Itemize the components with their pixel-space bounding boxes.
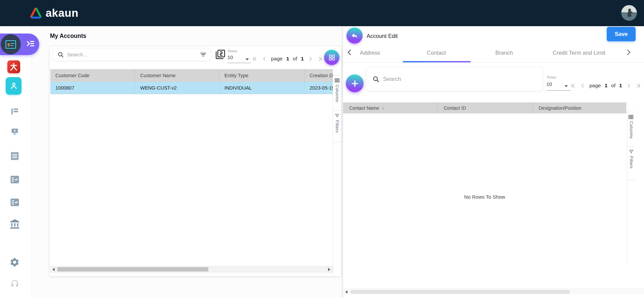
filters-tool-tab[interactable]: Filters (333, 111, 341, 142)
sort-desc-icon[interactable]: ↓ (382, 105, 384, 110)
columns-tab-label: Columns (335, 85, 339, 102)
sidebar-item-dai-app[interactable] (7, 60, 20, 73)
filter-funnel-icon (629, 149, 634, 154)
rows-select-caret-icon[interactable] (246, 58, 249, 60)
sidebar-item-customer-active[interactable] (6, 77, 21, 95)
columns-tab-label: Columns (629, 121, 634, 139)
tab-branch[interactable]: Branch (495, 43, 513, 62)
columns-tool-tab[interactable]: Columns (627, 112, 635, 147)
contacts-pagination: page 1 of 1 (571, 81, 641, 90)
column-header-contact-name[interactable]: Contact Name ↓ (343, 102, 437, 113)
of-word: of (293, 56, 297, 62)
akaun-logo-icon (30, 7, 42, 19)
ledger-layout-icon (10, 107, 19, 116)
plus-icon (351, 79, 359, 88)
page-total: 1 (619, 83, 622, 89)
user-avatar[interactable] (621, 5, 637, 21)
column-header-designation-position[interactable]: Designation/Position (532, 102, 626, 113)
gear-icon (9, 257, 20, 267)
sidebar-item-device[interactable] (10, 127, 19, 136)
page-total: 1 (301, 56, 304, 62)
accounts-list-panel: Rows 10 page 1 of 1 (50, 46, 341, 276)
fact-check-icon (10, 197, 20, 207)
fact-check-icon (10, 175, 20, 185)
first-page-button[interactable] (252, 56, 258, 62)
menu-expand-icon[interactable] (25, 39, 36, 49)
columns-icon (629, 114, 634, 119)
column-header-contact-id[interactable]: Contact ID (437, 102, 532, 113)
scroll-left-arrow[interactable] (52, 268, 55, 271)
column-header-customer-code[interactable]: Customer Code (50, 69, 135, 82)
search-icon (372, 76, 380, 83)
sidebar-item-bank[interactable] (9, 219, 20, 230)
pos-terminal-button[interactable]: $ (1, 34, 21, 54)
column-header-entity-type[interactable]: Entity Type (219, 69, 304, 82)
scrollbar-thumb[interactable] (57, 267, 208, 271)
account-edit-panel: Account Edit Save Address Contact Branch… (343, 26, 644, 298)
grid-view-icon (328, 54, 336, 61)
cell-creation-date: 2023-05-15 (304, 82, 333, 94)
pages-filter2-icon[interactable] (215, 49, 225, 59)
page-current: 1 (604, 83, 607, 89)
accounts-side-strip: Columns Filters (333, 69, 341, 276)
account-table-row-selected[interactable]: 1000807 WENG-CUST-v2 INDIVIDUAL 2023-05-… (50, 82, 333, 94)
accounts-table-header: Customer Code Customer Name Entity Type … (50, 69, 333, 82)
tab-address[interactable]: Address (360, 43, 380, 62)
scroll-left-arrow[interactable] (345, 290, 347, 294)
grid-view-button[interactable] (324, 50, 339, 65)
tab-credit-term-and-limit[interactable]: Credit Term and Limit (553, 43, 605, 62)
tab-contact[interactable]: Contact (427, 43, 446, 62)
filter-list-icon[interactable] (200, 51, 207, 58)
column-header-creation-date[interactable]: Creation Date (304, 69, 333, 82)
accounts-search-box (52, 48, 211, 61)
contact-name-label: Contact Name (349, 105, 379, 111)
next-page-button[interactable] (308, 56, 313, 62)
add-contact-button[interactable] (346, 74, 364, 92)
first-page-button[interactable] (571, 83, 576, 89)
scrollbar-thumb[interactable] (350, 290, 570, 294)
device-icon (10, 127, 19, 136)
sidebar-item-receipt[interactable] (10, 151, 20, 161)
sidebar-item-pos-terminal[interactable]: $ (0, 34, 39, 55)
tabs-scroll-right-icon[interactable] (626, 49, 632, 57)
filters-tab-label: Filters (335, 120, 339, 133)
sidebar-item-support[interactable] (9, 279, 20, 289)
empty-table-message: No Rows To Show (343, 194, 626, 200)
sidebar-item-fact-check-1[interactable] (10, 175, 20, 185)
accounts-horizontal-scrollbar[interactable] (50, 266, 333, 272)
last-page-button[interactable] (317, 56, 323, 62)
rows-per-page-value: 10 (227, 54, 233, 60)
rows-select-caret-icon[interactable] (565, 85, 568, 87)
prev-page-button[interactable] (262, 56, 267, 62)
back-arrow-icon (351, 32, 359, 40)
account-edit-tabbar: Address Contact Branch Credit Term and L… (343, 43, 644, 62)
last-page-button[interactable] (635, 83, 641, 89)
scroll-right-arrow[interactable] (328, 268, 330, 271)
filter-funnel-icon (334, 113, 340, 118)
cell-customer-name: WENG-CUST-v2 (135, 82, 219, 94)
sidebar-item-fact-check-2[interactable] (10, 197, 20, 207)
sidebar-item-settings[interactable] (9, 257, 20, 267)
tabs-scroll-left-icon[interactable] (346, 49, 353, 57)
column-header-customer-name[interactable]: Customer Name (135, 69, 219, 82)
contacts-search-input[interactable] (383, 76, 537, 83)
page-title: My Accounts (50, 33, 86, 40)
bank-icon (9, 219, 20, 230)
contacts-horizontal-scrollbar[interactable] (343, 289, 644, 295)
next-page-button[interactable] (626, 83, 632, 89)
columns-tool-tab[interactable]: Columns (333, 75, 341, 111)
cell-customer-code: 1000807 (50, 82, 135, 94)
filters-tab-label: Filters (629, 156, 634, 169)
panel-title: Account Edit (367, 33, 398, 39)
pos-terminal-icon: $ (5, 40, 16, 49)
save-button[interactable]: Save (607, 27, 636, 41)
svg-text:$: $ (7, 42, 10, 47)
of-word: of (611, 83, 615, 89)
prev-page-button[interactable] (580, 83, 586, 89)
rows-label: Rows (547, 75, 556, 79)
sidebar-item-ledger[interactable] (10, 107, 19, 116)
receipt-icon (10, 151, 20, 161)
back-button[interactable] (346, 28, 363, 44)
filters-tool-tab[interactable]: Filters (627, 147, 635, 180)
accounts-search-input[interactable] (67, 52, 197, 57)
